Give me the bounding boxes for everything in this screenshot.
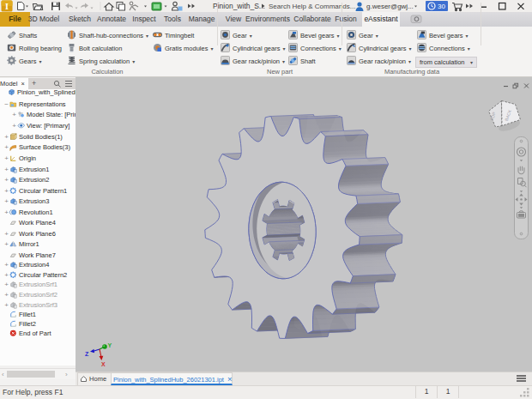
svg-text:Search Help & Commands...: Search Help & Commands... [269,3,355,10]
svg-text:30: 30 [438,3,445,10]
svg-text:Pinion_with_S...: Pinion_with_S... [213,2,265,10]
svg-text:I: I [5,2,9,11]
svg-text:g.weser@gwj...: g.weser@gwj... [366,3,414,10]
